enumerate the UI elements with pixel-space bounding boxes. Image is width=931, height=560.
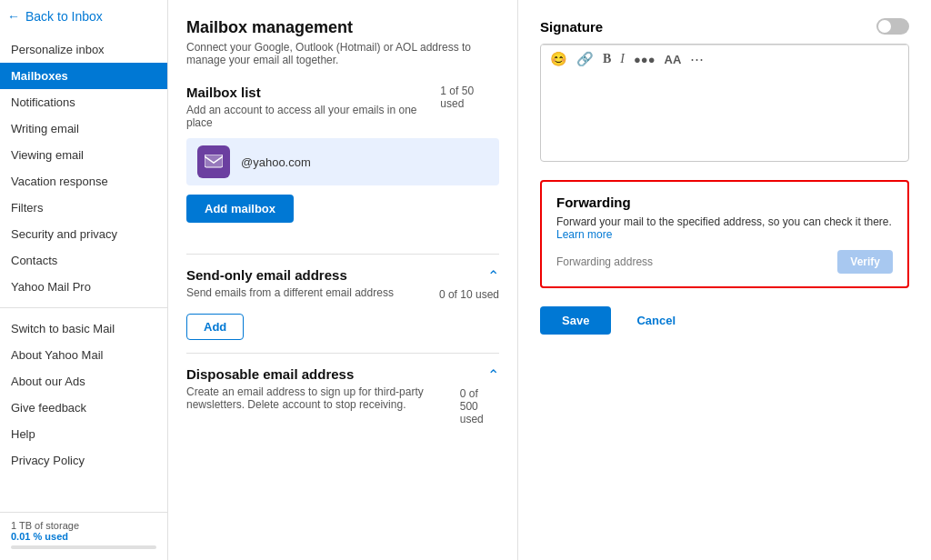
forwarding-address-label: Forwarding address — [556, 255, 830, 268]
send-only-heading-text: Send-only email address Send emails from… — [186, 267, 394, 305]
disposable-count: 0 of 500 used — [460, 387, 499, 425]
sidebar-label: About Yahoo Mail — [11, 348, 103, 362]
sidebar-label: Security and privacy — [11, 227, 117, 241]
sidebar-nav: Personalize inbox Mailboxes Notification… — [0, 33, 167, 512]
left-panel: Mailbox management Connect your Google, … — [168, 0, 518, 560]
signature-toggle[interactable] — [876, 18, 909, 35]
font-size-button[interactable]: AA — [665, 53, 682, 66]
sidebar-item-writing[interactable]: Writing email — [0, 115, 167, 142]
send-only-header: Send-only email address Send emails from… — [186, 267, 499, 305]
mailbox-icon-bg — [197, 145, 230, 178]
disposable-header: Disposable email address Create an email… — [186, 366, 499, 425]
section-separator — [186, 254, 499, 255]
send-only-desc: Send emails from a different email addre… — [186, 286, 394, 299]
mailbox-list-section: Mailbox list Add an account to access al… — [186, 85, 499, 241]
disposable-section: Disposable email address Create an email… — [186, 366, 499, 425]
sidebar-label: Vacation response — [11, 175, 108, 188]
mailbox-item: @yahoo.com — [186, 138, 499, 185]
sidebar: ← Back to Inbox Personalize inbox Mailbo… — [0, 0, 168, 560]
learn-more-link[interactable]: Learn more — [556, 228, 612, 241]
sidebar-label: Privacy Policy — [11, 454, 85, 467]
sidebar-item-mailboxes[interactable]: Mailboxes — [0, 63, 167, 89]
send-only-add-button[interactable]: Add — [186, 314, 244, 340]
sidebar-label: Viewing email — [11, 148, 84, 162]
storage-label: 1 TB of storage — [11, 520, 156, 531]
verify-button[interactable]: Verify — [837, 250, 893, 274]
storage-used: 0.01 % used — [11, 531, 156, 542]
mailbox-list-heading-text: Mailbox list Add an account to access al… — [186, 85, 440, 135]
disposable-desc: Create an email address to sign up for t… — [186, 385, 460, 411]
more-button[interactable]: ⋯ — [690, 51, 704, 67]
forwarding-title: Forwarding — [556, 195, 893, 210]
send-only-count: 0 of 10 used — [439, 288, 499, 301]
mailbox-list-count: 1 of 50 used — [440, 85, 499, 110]
signature-toolbar: 😊 🔗 B I ●●● AA ⋯ — [541, 45, 908, 73]
sidebar-label: Contacts — [11, 254, 57, 267]
mailbox-list-heading: Mailbox list — [186, 85, 440, 100]
storage-bar-bg — [11, 545, 156, 549]
sidebar-item-security[interactable]: Security and privacy — [0, 221, 167, 247]
signature-section: Signature 😊 🔗 B I ●●● AA ⋯ — [540, 18, 909, 162]
mailbox-list-desc: Add an account to access all your emails… — [186, 104, 440, 129]
sidebar-item-filters[interactable]: Filters — [0, 195, 167, 221]
forwarding-desc-text: Forward your mail to the specified addre… — [556, 215, 892, 228]
sidebar-item-about-yahoo[interactable]: About Yahoo Mail — [0, 342, 167, 368]
disposable-heading-text: Disposable email address Create an email… — [186, 366, 460, 416]
sidebar-label: Writing email — [11, 122, 79, 135]
sidebar-item-vacation[interactable]: Vacation response — [0, 168, 167, 195]
italic-button[interactable]: I — [620, 52, 625, 66]
sidebar-label: Filters — [11, 201, 43, 215]
sidebar-item-viewing[interactable]: Viewing email — [0, 142, 167, 168]
sidebar-label: About our Ads — [11, 375, 85, 388]
sidebar-divider — [0, 307, 167, 308]
send-only-collapse-icon[interactable]: ⌃ — [487, 267, 499, 285]
sidebar-label: Mailboxes — [11, 69, 68, 83]
panel-title: Mailbox management — [186, 18, 499, 37]
forwarding-section: Forwarding Forward your mail to the spec… — [540, 180, 909, 288]
sidebar-label: Give feedback — [11, 401, 86, 415]
add-mailbox-button[interactable]: Add mailbox — [186, 195, 294, 223]
sidebar-label: Notifications — [11, 95, 75, 109]
sidebar-item-switch-basic[interactable]: Switch to basic Mail — [0, 315, 167, 342]
emoji-button[interactable]: 😊 — [550, 51, 567, 67]
back-to-inbox[interactable]: ← Back to Inbox — [0, 0, 167, 33]
sidebar-label: Help — [11, 427, 35, 441]
svg-rect-0 — [205, 155, 223, 167]
send-only-section: Send-only email address Send emails from… — [186, 267, 499, 340]
sidebar-footer: 1 TB of storage 0.01 % used — [0, 512, 167, 560]
signature-title: Signature — [540, 19, 603, 35]
sidebar-item-yahoo-pro[interactable]: Yahoo Mail Pro — [0, 274, 167, 300]
color-button[interactable]: ●●● — [634, 53, 656, 66]
sidebar-item-about-ads[interactable]: About our Ads — [0, 368, 167, 395]
signature-editor[interactable]: 😊 🔗 B I ●●● AA ⋯ — [540, 44, 909, 162]
back-arrow-icon: ← — [7, 9, 20, 24]
envelope-icon — [205, 155, 223, 169]
footer-buttons: Save Cancel — [540, 306, 909, 335]
main-area: Mailbox management Connect your Google, … — [168, 0, 931, 560]
mailbox-list-header: Mailbox list Add an account to access al… — [186, 85, 499, 135]
mailbox-email: @yahoo.com — [241, 155, 311, 169]
sidebar-label: Yahoo Mail Pro — [11, 280, 91, 294]
disposable-heading: Disposable email address — [186, 366, 460, 382]
send-only-heading: Send-only email address — [186, 267, 394, 283]
section-separator-2 — [186, 353, 499, 354]
save-button[interactable]: Save — [540, 306, 611, 335]
signature-header: Signature — [540, 18, 909, 35]
sidebar-item-notifications[interactable]: Notifications — [0, 89, 167, 115]
sidebar-label: Switch to basic Mail — [11, 322, 115, 335]
disposable-collapse-icon[interactable]: ⌃ — [487, 366, 499, 384]
sidebar-item-contacts[interactable]: Contacts — [0, 247, 167, 274]
sidebar-item-privacy-policy[interactable]: Privacy Policy — [0, 447, 167, 474]
panel-subtitle: Connect your Google, Outlook (Hotmail) o… — [186, 41, 499, 66]
send-only-add-area: Add — [186, 314, 499, 340]
sidebar-item-personalize[interactable]: Personalize inbox — [0, 36, 167, 63]
bold-button[interactable]: B — [603, 52, 611, 66]
forwarding-desc: Forward your mail to the specified addre… — [556, 215, 893, 241]
link-button[interactable]: 🔗 — [576, 51, 594, 67]
sidebar-label: Personalize inbox — [11, 43, 105, 56]
cancel-button[interactable]: Cancel — [622, 306, 690, 335]
back-label: Back to Inbox — [25, 9, 103, 24]
sidebar-item-give-feedback[interactable]: Give feedback — [0, 395, 167, 421]
right-panel: Signature 😊 🔗 B I ●●● AA ⋯ Forwarding Fo… — [518, 0, 931, 560]
sidebar-item-help[interactable]: Help — [0, 421, 167, 447]
